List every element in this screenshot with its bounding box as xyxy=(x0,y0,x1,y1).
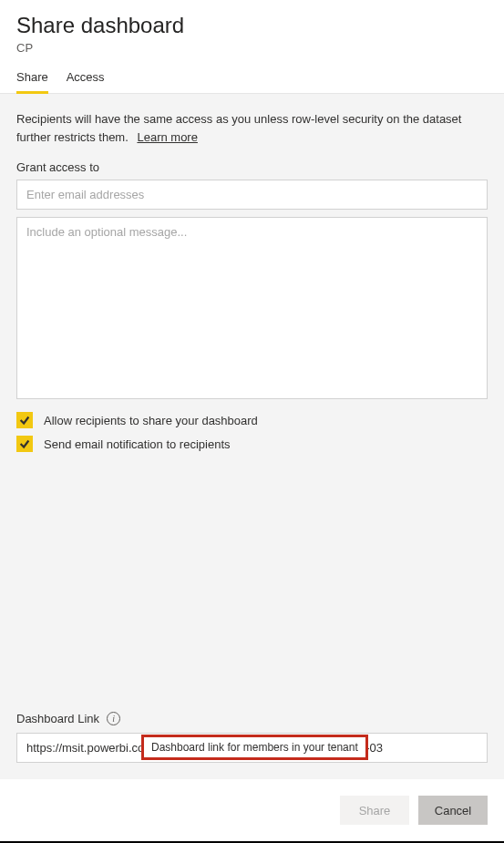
info-icon[interactable]: i xyxy=(107,712,120,725)
checkbox-send-email[interactable] xyxy=(16,436,33,452)
dashboard-link-input-wrap: Dashboard link for members in your tenan… xyxy=(16,733,488,763)
dashboard-link-section: Dashboard Link i Dashboard link for memb… xyxy=(16,712,488,763)
tab-share[interactable]: Share xyxy=(16,70,48,94)
dashboard-link-label-row: Dashboard Link i xyxy=(16,712,488,725)
checkbox-allow-reshare[interactable] xyxy=(16,412,33,428)
checkbox-send-email-row: Send email notification to recipients xyxy=(16,436,488,452)
dashboard-link-label: Dashboard Link xyxy=(16,712,99,725)
message-textarea[interactable] xyxy=(16,217,488,399)
share-panel: Recipients will have the same access as … xyxy=(0,94,504,779)
grant-access-label: Grant access to xyxy=(16,160,488,174)
tab-access[interactable]: Access xyxy=(67,70,105,94)
info-text: Recipients will have the same access as … xyxy=(16,110,488,146)
tab-bar: Share Access xyxy=(0,55,504,94)
share-button[interactable]: Share xyxy=(340,796,409,825)
page-title: Share dashboard xyxy=(16,11,488,39)
check-icon xyxy=(18,437,31,450)
email-input[interactable] xyxy=(16,180,488,210)
checkbox-allow-reshare-row: Allow recipients to share your dashboard xyxy=(16,412,488,428)
spacer xyxy=(16,452,488,694)
checkbox-allow-reshare-label: Allow recipients to share your dashboard xyxy=(44,414,258,427)
page-subtitle: CP xyxy=(16,41,488,55)
dashboard-link-tooltip: Dashboard link for members in your tenan… xyxy=(141,735,368,760)
check-icon xyxy=(18,414,31,427)
info-text-content: Recipients will have the same access as … xyxy=(16,112,461,144)
panel-header: Share dashboard CP xyxy=(0,0,504,55)
learn-more-link[interactable]: Learn more xyxy=(137,130,197,144)
cancel-button[interactable]: Cancel xyxy=(418,796,488,825)
footer: Share Cancel xyxy=(0,779,504,843)
checkbox-send-email-label: Send email notification to recipients xyxy=(44,437,231,451)
